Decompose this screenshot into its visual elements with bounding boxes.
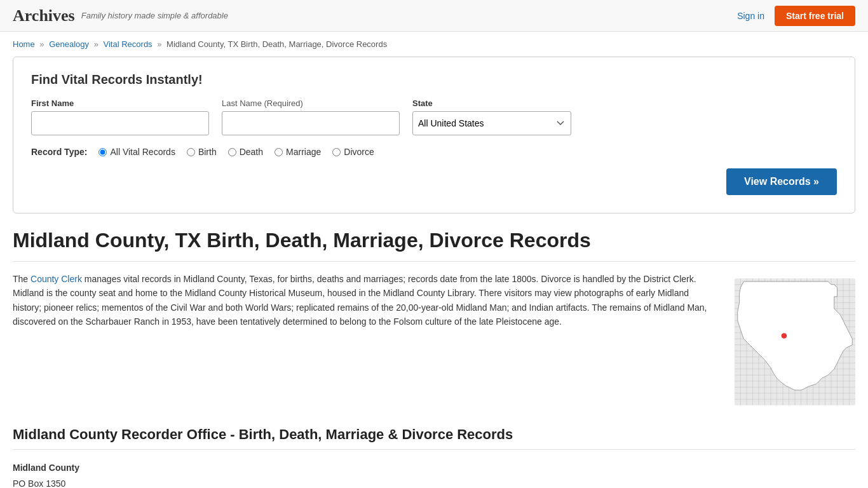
site-header: Archives Family history made simple & af… [0,0,868,32]
view-records-button[interactable]: View Records » [726,168,837,195]
last-name-group: Last Name (Required) [222,98,400,135]
breadcrumb-sep1: » [39,39,44,49]
radio-death-label: Death [240,147,263,157]
search-title: Find Vital Records Instantly! [31,72,837,87]
site-logo: Archives [13,6,75,25]
office-address1: PO Box 1350 [13,476,855,488]
logo-area: Archives Family history made simple & af… [13,6,228,25]
texas-map [735,278,855,407]
state-group: State All United States [412,98,571,135]
state-label: State [412,98,571,108]
radio-birth-label: Birth [198,147,217,157]
breadcrumb-current: Midland County, TX Birth, Death, Marriag… [166,39,387,49]
breadcrumb-vital-records[interactable]: Vital Records [104,39,153,49]
main-content: Midland County, TX Birth, Death, Marriag… [0,229,868,488]
record-type-label: Record Type: [31,147,87,157]
breadcrumb-genealogy[interactable]: Genealogy [49,39,89,49]
state-select[interactable]: All United States [412,111,571,135]
body-paragraph: The County Clerk manages vital records i… [13,272,715,329]
svg-point-40 [781,333,787,339]
first-name-input[interactable] [31,111,209,135]
content-body: The County Clerk manages vital records i… [13,272,715,407]
breadcrumb-home[interactable]: Home [13,39,35,49]
header-actions: Sign in Start free trial [737,6,855,26]
radio-marriage-input[interactable] [275,148,283,156]
page-title: Midland County, TX Birth, Death, Marriag… [13,229,855,262]
breadcrumb-sep2: » [94,39,98,49]
radio-death-input[interactable] [228,148,236,156]
body-text-after-link: manages vital records in Midland County,… [13,274,707,327]
radio-all-vital-label: All Vital Records [110,147,175,157]
breadcrumb: Home » Genealogy » Vital Records » Midla… [0,32,868,57]
last-name-input[interactable] [222,111,400,135]
office-info: Midland County PO Box 1350 Midland, TX 7… [13,460,855,488]
radio-divorce-input[interactable] [332,148,341,156]
logo-tagline: Family history made simple & affordable [81,11,228,20]
radio-birth-input[interactable] [187,148,195,156]
radio-divorce[interactable]: Divorce [332,147,374,157]
search-btn-row: View Records » [31,168,837,195]
radio-birth[interactable]: Birth [187,147,217,157]
office-name: Midland County [13,460,855,476]
record-type-row: Record Type: All Vital Records Birth Dea… [31,147,837,157]
search-fields: First Name Last Name (Required) State Al… [31,98,837,135]
first-name-label: First Name [31,98,209,108]
search-container: Find Vital Records Instantly! First Name… [13,57,855,214]
last-name-label: Last Name (Required) [222,98,400,108]
radio-all-vital[interactable]: All Vital Records [98,147,175,157]
section2-heading: Midland County Recorder Office - Birth, … [13,426,855,450]
radio-death[interactable]: Death [228,147,263,157]
radio-marriage-label: Marriage [286,147,321,157]
sign-in-link[interactable]: Sign in [737,11,764,21]
radio-marriage[interactable]: Marriage [275,147,321,157]
radio-divorce-label: Divorce [344,147,374,157]
last-name-required: (Required) [264,98,303,108]
start-trial-button[interactable]: Start free trial [775,6,855,26]
content-section: The County Clerk manages vital records i… [13,272,855,407]
texas-map-svg [735,278,855,405]
county-clerk-link[interactable]: County Clerk [31,274,82,284]
radio-all-vital-input[interactable] [98,148,107,156]
breadcrumb-sep3: » [157,39,161,49]
first-name-group: First Name [31,98,209,135]
